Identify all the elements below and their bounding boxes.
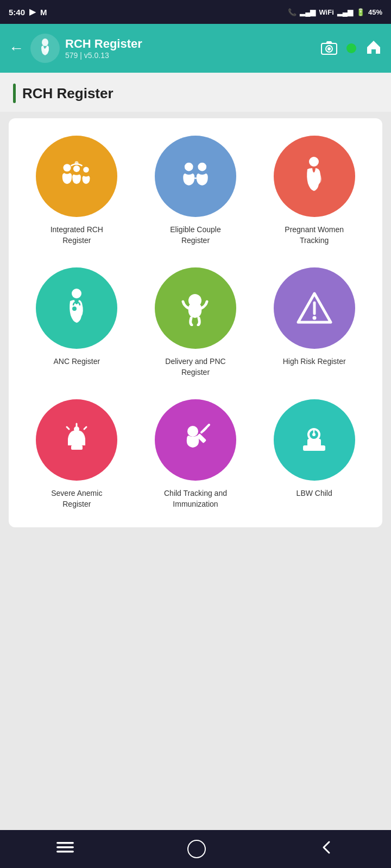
high-risk-icon-circle (274, 267, 355, 349)
svg-point-6 (64, 164, 71, 171)
svg-line-26 (201, 425, 209, 432)
svg-point-8 (84, 167, 90, 173)
title-accent (13, 84, 16, 103)
svg-rect-37 (56, 846, 74, 848)
home-button[interactable] (365, 39, 382, 58)
eligible-couple-label: Eligible Couple Register (157, 225, 234, 246)
anc-label: ANC Register (54, 356, 100, 367)
baby-icon (178, 291, 213, 326)
back-button[interactable]: ← (9, 40, 24, 57)
svg-line-23 (84, 427, 86, 429)
menu-item-severe-anemic[interactable]: Severe Anemic Register (17, 399, 136, 509)
svg-line-24 (67, 427, 69, 429)
wifi-icon: WiFi (319, 8, 333, 16)
svg-point-13 (309, 157, 319, 167)
svg-rect-38 (56, 851, 74, 853)
svg-point-1 (42, 39, 48, 46)
menu-item-pregnant-women[interactable]: Pregnant Women Tracking (255, 136, 374, 246)
svg-point-16 (72, 307, 77, 311)
svg-point-19 (312, 316, 316, 320)
header-text: RCH Register 579 | v5.0.13 (65, 37, 320, 60)
nav-home-button[interactable] (187, 840, 206, 858)
menu-item-anc[interactable]: ANC Register (17, 267, 136, 378)
delivery-pnc-icon-circle (155, 267, 236, 349)
header-title: RCH Register (65, 37, 320, 51)
pregnant-women-icon-circle (274, 136, 355, 217)
svg-point-7 (73, 165, 80, 172)
anc-icon (60, 288, 93, 329)
header-subtitle: 579 | v5.0.13 (65, 51, 320, 60)
lbw-child-icon-circle (274, 399, 355, 481)
svg-point-25 (187, 426, 198, 437)
signal2-icon: ▂▄▆ (337, 8, 353, 16)
menu-item-high-risk[interactable]: High Risk Register (255, 267, 374, 378)
couple-icon (176, 157, 215, 195)
page-title: RCH Register (22, 85, 113, 102)
status-time: 5:40 (9, 8, 25, 17)
app-logo (30, 34, 60, 63)
svg-point-9 (75, 161, 79, 165)
status-bar: 5:40 ▶ M 📞 ▂▄▆ WiFi ▂▄▆ 🔋 45% (0, 0, 391, 24)
signal-icon: ▂▄▆ (300, 8, 316, 16)
menu-item-child-tracking[interactable]: Child Tracking and Immunization (136, 399, 255, 509)
nav-menu-button[interactable] (56, 839, 74, 860)
integrated-rch-label: Integrated RCH Register (39, 225, 115, 246)
delivery-pnc-label: Delivery and PNC Register (157, 356, 234, 378)
warning-icon (295, 291, 333, 326)
svg-rect-20 (71, 445, 83, 450)
battery-icon: 🔋 (356, 8, 365, 16)
svg-rect-36 (56, 842, 74, 844)
menu-item-delivery-pnc[interactable]: Delivery and PNC Register (136, 267, 255, 378)
immunization-icon (178, 423, 213, 458)
svg-point-10 (185, 163, 193, 171)
menu-grid: Integrated RCH Register Eligible Couple (17, 136, 374, 510)
lbw-child-label: LBW Child (297, 488, 332, 499)
call-icon: 📞 (288, 8, 297, 16)
status-dot (346, 43, 356, 53)
camera-button[interactable] (320, 39, 338, 58)
svg-point-2 (45, 47, 49, 53)
gmail-icon: M (40, 8, 47, 17)
alert-icon (59, 423, 94, 458)
high-risk-label: High Risk Register (283, 356, 346, 367)
status-right: 📞 ▂▄▆ WiFi ▂▄▆ 🔋 45% (288, 8, 382, 16)
battery-level: 45% (368, 8, 382, 16)
header-icons (320, 39, 382, 58)
child-tracking-icon-circle (155, 399, 236, 481)
svg-point-11 (198, 163, 206, 171)
youtube-icon: ▶ (29, 7, 36, 17)
svg-rect-35 (313, 439, 315, 442)
scale-icon (297, 423, 332, 458)
svg-point-15 (72, 289, 81, 298)
menu-item-eligible-couple[interactable]: Eligible Couple Register (136, 136, 255, 246)
svg-point-5 (327, 47, 331, 50)
status-left: 5:40 ▶ M (9, 7, 47, 17)
eligible-couple-icon-circle (155, 136, 236, 217)
svg-point-14 (313, 174, 321, 184)
pregnant-icon (299, 156, 329, 197)
nav-back-button[interactable] (319, 840, 335, 859)
child-tracking-label: Child Tracking and Immunization (157, 488, 234, 509)
menu-item-lbw-child[interactable]: LBW Child (255, 399, 374, 509)
menu-item-integrated-rch[interactable]: Integrated RCH Register (17, 136, 136, 246)
anc-icon-circle (36, 267, 117, 349)
page-title-bar: RCH Register (0, 73, 391, 112)
severe-anemic-icon-circle (36, 399, 117, 481)
bottom-navigation (0, 830, 391, 868)
pregnant-women-label: Pregnant Women Tracking (276, 225, 352, 246)
main-content: Integrated RCH Register Eligible Couple (0, 112, 391, 830)
integrated-rch-icon-circle (36, 136, 117, 217)
app-header: ← RCH Register 579 | v5.0.13 (0, 24, 391, 73)
severe-anemic-label: Severe Anemic Register (39, 488, 115, 509)
menu-card: Integrated RCH Register Eligible Couple (9, 118, 382, 527)
family-icon (58, 157, 96, 195)
